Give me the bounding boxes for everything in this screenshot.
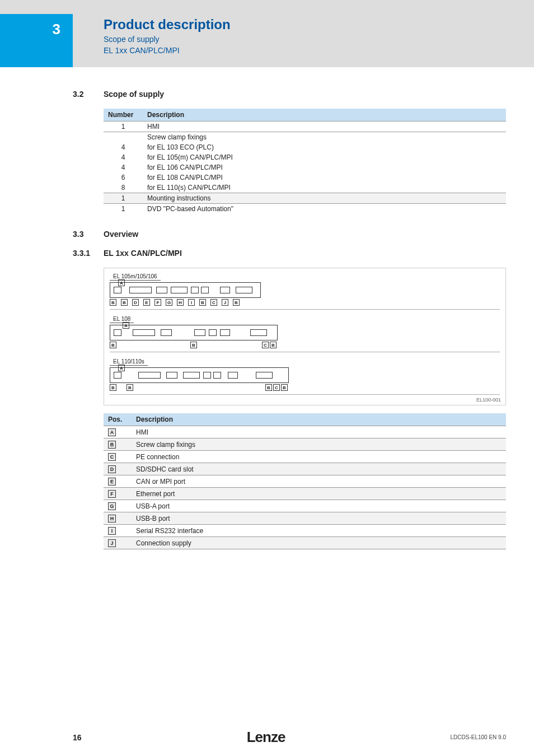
callout-box: H xyxy=(177,299,184,306)
legend-description: USB-B port xyxy=(132,512,506,525)
legend-pos: E xyxy=(104,475,132,488)
supply-description: for EL 106 CAN/PLC/MPI xyxy=(143,162,506,172)
supply-description: DVD "PC-based Automation" xyxy=(143,204,506,214)
section-number: 3.2 xyxy=(73,90,104,99)
supply-number: 1 xyxy=(104,193,143,204)
callout-box: I xyxy=(188,299,195,306)
section-number: 3.3 xyxy=(73,230,104,239)
page-header: 3 Product description Scope of supply EL… xyxy=(0,0,534,67)
section-title: EL 1xx CAN/PLC/MPI xyxy=(104,249,182,258)
legend-pos: I xyxy=(104,525,132,537)
device-outline: A xyxy=(110,367,289,383)
table-row: 8for EL 110(s) CAN/PLC/MPI xyxy=(104,183,506,193)
callout-row: BBBCB xyxy=(110,384,289,391)
supply-number: 4 xyxy=(104,152,143,162)
legend-description: CAN or MPI port xyxy=(132,475,506,488)
table-row: 4for EL 103 ECO (PLC) xyxy=(104,142,506,152)
callout-box: B xyxy=(110,384,116,391)
device-label: EL 110/110s xyxy=(110,358,148,366)
position-box: F xyxy=(108,490,116,498)
callout-box: B xyxy=(270,342,277,348)
callout-box: A xyxy=(118,365,125,371)
table-row: 1DVD "PC-based Automation" xyxy=(104,204,506,214)
position-box: J xyxy=(108,539,116,547)
supply-table: Number Description 1HMIScrew clamp fixin… xyxy=(104,109,506,214)
callout-box: A xyxy=(123,322,129,329)
table-row: FEthernet port xyxy=(104,488,506,500)
legend-description: HMI xyxy=(132,426,506,438)
table-row: 1Mounting instructions xyxy=(104,193,506,204)
legend-th-pos: Pos. xyxy=(104,413,132,426)
supply-description: Mounting instructions xyxy=(143,193,506,204)
header-subtitle-2: EL 1xx CAN/PLC/MPI xyxy=(104,46,231,55)
callout-box: B xyxy=(233,299,240,306)
device-group-3: EL 110/110s A BBBCB xyxy=(110,358,500,395)
page-number: 16 xyxy=(73,733,82,742)
section-heading-3-3: 3.3 Overview xyxy=(73,230,506,239)
position-box: B xyxy=(108,441,116,449)
page-footer: 16 Lenze LDCDS-EL100 EN 9.0 xyxy=(0,729,534,746)
table-row: HUSB-B port xyxy=(104,512,506,525)
supply-description: for EL 103 ECO (PLC) xyxy=(143,142,506,152)
table-row: 4for EL 106 CAN/PLC/MPI xyxy=(104,162,506,172)
table-row: ECAN or MPI port xyxy=(104,475,506,488)
legend-description: SD/SDHC card slot xyxy=(132,463,506,475)
legend-pos: H xyxy=(104,512,132,525)
table-row: DSD/SDHC card slot xyxy=(104,463,506,475)
position-box: G xyxy=(108,502,116,510)
supply-description: for EL 108 CAN/PLC/MPI xyxy=(143,172,506,183)
legend-pos: G xyxy=(104,500,132,512)
section-number: 3.3.1 xyxy=(73,249,104,258)
legend-pos: D xyxy=(104,463,132,475)
position-box: H xyxy=(108,515,116,522)
supply-number xyxy=(104,132,143,143)
legend-description: Connection supply xyxy=(132,537,506,549)
table-row: GUSB-A port xyxy=(104,500,506,512)
position-box: A xyxy=(108,428,116,436)
device-outline: A xyxy=(110,325,278,340)
position-box: C xyxy=(108,453,116,461)
section-title: Overview xyxy=(104,230,138,239)
header-title-block: Product description Scope of supply EL 1… xyxy=(104,17,231,55)
position-box: E xyxy=(108,478,116,486)
table-row: JConnection supply xyxy=(104,537,506,549)
chapter-number: 3 xyxy=(53,21,60,38)
legend-description: PE connection xyxy=(132,451,506,463)
table-row: CPE connection xyxy=(104,451,506,463)
callout-box: E xyxy=(143,299,150,306)
legend-th-desc: Description xyxy=(132,413,506,426)
table-row: ISerial RS232 interface xyxy=(104,525,506,537)
device-group-2: EL 108 A BBCB xyxy=(110,315,500,352)
callout-row: BBDEFGHIBCJB xyxy=(110,299,500,306)
supply-th-description: Description xyxy=(143,109,506,122)
supply-description: for EL 110(s) CAN/PLC/MPI xyxy=(143,183,506,193)
supply-number: 4 xyxy=(104,162,143,172)
section-title: Scope of supply xyxy=(104,90,164,99)
page-content: 3.2 Scope of supply Number Description 1… xyxy=(0,67,534,549)
callout-box: G xyxy=(166,299,172,306)
legend-description: USB-A port xyxy=(132,500,506,512)
table-row: 6for EL 108 CAN/PLC/MPI xyxy=(104,172,506,183)
table-row: 1HMI xyxy=(104,122,506,132)
callout-box: B xyxy=(199,299,206,306)
device-label: EL 105m/105/106 xyxy=(110,273,161,281)
callout-box: B xyxy=(121,299,128,306)
supply-number: 1 xyxy=(104,122,143,132)
callout-box: C xyxy=(210,299,217,306)
table-row: Screw clamp fixings xyxy=(104,132,506,143)
supply-number: 8 xyxy=(104,183,143,193)
header-subtitle-1: Scope of supply xyxy=(104,35,231,44)
table-row: BScrew clamp fixings xyxy=(104,438,506,451)
supply-description: for EL 105(m) CAN/PLC/MPI xyxy=(143,152,506,162)
callout-box: C xyxy=(273,384,280,391)
callout-box: B xyxy=(190,342,197,348)
table-row: 4for EL 105(m) CAN/PLC/MPI xyxy=(104,152,506,162)
position-box: D xyxy=(108,465,116,473)
legend-pos: C xyxy=(104,451,132,463)
legend-description: Ethernet port xyxy=(132,488,506,500)
table-row: AHMI xyxy=(104,426,506,438)
legend-pos: J xyxy=(104,537,132,549)
legend-table: Pos. Description AHMIBScrew clamp fixing… xyxy=(104,413,506,549)
supply-number: 6 xyxy=(104,172,143,183)
callout-box: B xyxy=(127,384,133,391)
